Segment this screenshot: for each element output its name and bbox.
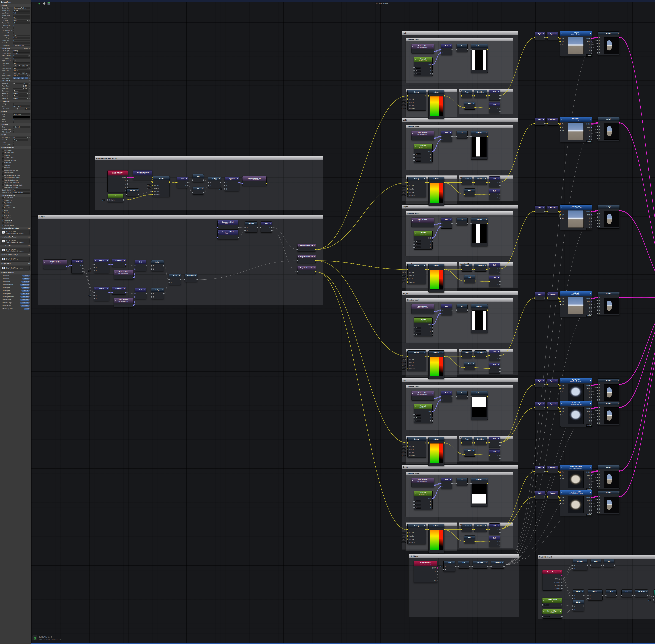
output-port[interactable] [591,136,592,137]
drag-handle-icon[interactable]: = [2,290,2,291]
input-port[interactable] [489,95,490,96]
color-swatch[interactable] [13,116,30,118]
output-port[interactable] [647,595,649,596]
input-port[interactable] [489,442,490,443]
input-port[interactable] [489,269,490,270]
value-field[interactable]: 0 [415,70,421,72]
node-header[interactable]: Get Local VarVar( SphereVector )▼≡ [114,270,134,275]
input-port[interactable] [407,532,408,533]
node-header[interactable]: Split▼ [535,466,545,469]
input-port[interactable] [489,455,490,456]
dropdown-caret-icon[interactable]: ▼ [582,591,583,592]
input-port[interactable] [597,416,598,417]
output-port[interactable] [544,298,545,299]
collapse-up-icon[interactable]: ▲ [486,45,487,47]
checkbox[interactable]: ✓ [13,25,15,26]
dropdown[interactable]: <Default> [13,90,28,92]
value-field[interactable]: 1 [415,327,421,329]
input-port[interactable] [440,486,442,487]
multiply-node[interactable]: Multiply▲ABCDEF [598,31,619,55]
dropdown-caret-icon[interactable]: ▼ [124,288,125,290]
menu-handle-icon[interactable]: ≡ [415,232,416,234]
group-header[interactable]: Angle [38,215,323,218]
dropdown-caret-icon[interactable]: ▼ [81,260,82,262]
get-local-var-node[interactable]: Get Local VarVar( SphereVector )▼≡ [43,259,67,269]
output-port[interactable] [561,585,562,586]
saturate-node[interactable]: Saturate▲ [471,478,488,507]
drag-handle-icon[interactable]: = [2,299,2,300]
dropdown-caret-icon[interactable]: ▼ [150,172,151,174]
saturate-node[interactable]: Saturate▲ [428,350,444,379]
menu-handle-icon[interactable]: ≡ [561,466,562,468]
checkbox[interactable] [2,184,4,186]
menu-handle-icon[interactable]: ≡ [415,319,416,321]
input-port[interactable] [440,139,442,140]
node-header[interactable]: Saturate▲ [428,264,444,267]
checkbox[interactable] [13,129,15,131]
input-port[interactable] [440,136,442,137]
dropdown-caret-icon[interactable]: ▼ [470,351,471,353]
node-header[interactable]: Multiply▲ [598,402,619,405]
dropdown-caret-icon[interactable]: ▼ [65,261,66,263]
input-port[interactable] [407,108,408,109]
output-port[interactable] [467,483,468,484]
saturate-node[interactable]: Saturate▼ [473,561,488,569]
righteye-down-node[interactable]: RightEye-DOWNValue( RightEye-DOWN )▼≡Tex… [560,465,592,490]
group-header[interactable]: Right [402,205,518,208]
output-port[interactable] [425,182,426,183]
node-header[interactable]: Saturate▲ [471,44,488,48]
node-header[interactable]: Sign▼ [591,559,601,563]
node-header[interactable]: Dot▼ [441,304,452,308]
dropdown[interactable]: <OFF> [13,70,30,72]
output-port[interactable] [544,211,545,212]
collapse-arrow-icon[interactable]: ▼ [1,263,2,264]
subtract-node[interactable]: Subtract▼AB [573,559,587,570]
dropdown-caret-icon[interactable]: ▼ [450,479,451,480]
input-port[interactable] [597,384,598,385]
dropdown-caret-icon[interactable]: ▼ [556,119,557,120]
node-header[interactable]: Get Local VarVar( SphereVector )▼≡ [114,298,134,303]
input-port[interactable] [151,266,152,267]
input-port[interactable] [414,244,415,245]
node-header[interactable]: One Minus▼ [635,590,648,593]
dropdown-caret-icon[interactable]: ▼ [202,188,203,189]
output-port[interactable] [474,280,476,282]
input-port[interactable] [597,474,598,475]
output-port[interactable] [472,182,473,183]
dropdown-caret-icon[interactable]: ▼ [473,189,474,191]
split-node[interactable]: Split▼XY [489,263,500,274]
dropdown-caret-icon[interactable]: ▼ [585,560,586,562]
group-header[interactable]: Direction Mask [405,124,513,128]
input-port[interactable] [152,191,153,192]
output-port[interactable] [591,417,592,418]
dropdown-caret-icon[interactable]: ▼ [219,178,220,180]
dot-node[interactable]: Dot▼AB [441,304,452,315]
node-header[interactable]: Register Local Var▼≡ [298,244,315,247]
dropdown[interactable]: Overlay [13,52,30,54]
input-port[interactable] [456,396,457,397]
output-port[interactable] [425,95,426,97]
dropdown-caret-icon[interactable]: ▼ [144,261,145,263]
dropdown-caret-icon[interactable]: ▼ [556,467,557,468]
output-port[interactable] [109,264,110,265]
multiply-node[interactable]: Multiply▼AB [151,288,164,299]
dropdown-caret-icon[interactable]: ▼ [470,265,471,266]
append-node[interactable]: Append▼≡ [547,491,558,499]
menu-handle-icon[interactable]: ≡ [115,272,116,273]
input-port[interactable] [560,41,561,42]
output-port[interactable] [127,180,128,182]
floor-node[interactable]: Floor▼ [462,90,472,98]
section-extra[interactable]: ⊕⊖ [28,254,30,256]
collapse-up-icon[interactable]: ▲ [442,438,443,440]
output-port[interactable] [499,108,500,109]
floor-node[interactable]: Floor▼ [462,264,472,272]
output-port[interactable] [619,496,620,497]
dropdown-caret-icon[interactable]: ▼ [590,492,591,493]
dropdown-caret-icon[interactable]: ▼ [590,293,591,295]
checkbox[interactable] [13,32,15,34]
dropdown[interactable]: Relative [13,37,30,39]
node-header[interactable]: Dot▼ [441,391,452,395]
input-port[interactable] [597,46,598,47]
node-header[interactable]: Vector 0Const( 1,0,0 )▼≡ [414,318,432,323]
select-button[interactable]: Select [586,228,592,230]
